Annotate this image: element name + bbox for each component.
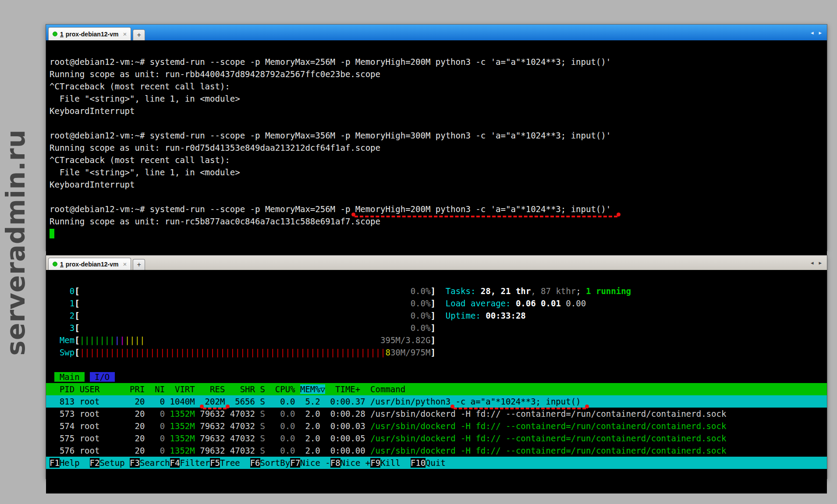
text-segment: ] xyxy=(430,323,435,333)
text-segment xyxy=(80,298,411,308)
text-segment: 8 xyxy=(385,348,390,357)
text-segment: Running scope as unit: run-rbb4400437d89… xyxy=(50,69,380,79)
annotation-underline-python-command xyxy=(454,404,586,409)
text-segment: ] xyxy=(430,311,435,320)
tab-prox-debian12-vm[interactable]: 1 prox-debian12-vm × xyxy=(48,27,131,40)
text-segment: 79632 xyxy=(195,433,225,443)
text-segment: 0 xyxy=(145,409,165,419)
text-segment: [ xyxy=(74,323,79,333)
text-segment: Help xyxy=(60,458,90,468)
tab-scroll-controls: ◂ ▸ xyxy=(805,256,827,270)
text-segment: 0 xyxy=(50,286,74,296)
text-segment: Swp xyxy=(50,348,74,357)
text-segment: Running scope as unit: run-r0d75d41353e8… xyxy=(50,143,380,153)
tab-title: 1 prox-debian12-vm xyxy=(60,31,118,38)
text-segment: Nice + xyxy=(340,458,371,468)
text-segment xyxy=(50,229,54,238)
text-segment: S xyxy=(255,409,265,419)
text-segment: Main xyxy=(54,372,85,382)
terminal-line: 813 root 20 0 1040M 202M 5656 S 0.0 5.2 … xyxy=(46,395,827,408)
tab-prox-debian12-vm[interactable]: 1 prox-debian12-vm × xyxy=(48,258,131,270)
text-segment: 30M/975M xyxy=(390,348,431,357)
terminal-window-bottom: 1 prox-debian12-vm × + ◂ ▸ 0[ 0.0%] Task… xyxy=(46,255,827,479)
text-segment: /usr/sbin/dockerd -H fd:// --containerd=… xyxy=(365,446,727,455)
text-segment: 0:00.00 xyxy=(320,446,365,455)
terminal-line: Main I/O xyxy=(50,371,823,383)
text-segment: 2.0 xyxy=(295,409,320,419)
text-segment: [ xyxy=(74,348,79,357)
text-segment: /usr/sbin/dockerd -H fd:// --containerd=… xyxy=(365,421,727,431)
terminal-line: 2[ 0.0%] Uptime: 00:33:28 xyxy=(50,309,823,322)
text-segment: Uptime: xyxy=(446,311,486,320)
text-segment xyxy=(145,335,380,345)
text-segment: Running scope as unit: run-rc5b877aac0c8… xyxy=(50,217,380,226)
text-segment: SortBy xyxy=(260,458,291,468)
tab-scroll-controls: ◂ ▸ xyxy=(805,25,827,40)
text-segment: S xyxy=(255,446,265,455)
text-segment: F10 xyxy=(411,458,426,468)
text-segment: 0:00.28 xyxy=(320,409,365,419)
text-segment: 1352M xyxy=(165,433,195,443)
text-segment: Filter xyxy=(180,458,210,468)
text-segment: 0:00.03 xyxy=(320,421,365,431)
text-segment: 2.0 xyxy=(295,433,320,443)
tabs-scroll-right-icon[interactable]: ▸ xyxy=(819,259,822,266)
terminal-output-shell[interactable]: root@debian12-vm:~# systemd-run --scope … xyxy=(46,40,827,266)
text-segment: Load average: xyxy=(446,298,516,308)
tab-index: 1 xyxy=(60,31,64,38)
text-segment: 2.0 xyxy=(295,421,320,431)
terminal-output-htop[interactable]: 0[ 0.0%] Tasks: 28, 21 thr, 87 kthr; 1 r… xyxy=(46,270,827,493)
text-segment: 573 root 20 xyxy=(50,409,145,419)
terminal-line: ^CTraceback (most recent call last): xyxy=(50,154,823,166)
session-status-dot-icon xyxy=(53,262,57,266)
text-segment: ] xyxy=(430,335,435,345)
tabs-scroll-right-icon[interactable]: ▸ xyxy=(819,29,822,36)
text-segment: [ xyxy=(74,311,79,320)
text-segment: F6 xyxy=(250,458,260,468)
text-segment: 0.0 xyxy=(265,421,295,431)
new-tab-button[interactable]: + xyxy=(133,259,145,270)
text-segment: Mem xyxy=(50,335,74,345)
text-segment: 0.0 xyxy=(265,446,295,455)
terminal-window-top: 1 prox-debian12-vm × + ◂ ▸ root@debian12… xyxy=(46,24,827,251)
tabs-scroll-left-icon[interactable]: ◂ xyxy=(811,29,814,36)
text-segment: |||| xyxy=(125,335,145,345)
text-segment: TIME+ Command xyxy=(325,384,405,394)
text-segment: Search xyxy=(140,458,170,468)
text-segment xyxy=(436,311,446,320)
tab-close-icon[interactable]: × xyxy=(123,30,127,38)
terminal-line: 574 root 20 0 1352M 79632 47032 S 0.0 2.… xyxy=(50,420,823,432)
text-segment: | xyxy=(120,335,124,345)
text-segment: 1 xyxy=(50,298,74,308)
text-segment xyxy=(85,372,89,382)
tabs-scroll-left-icon[interactable]: ◂ xyxy=(811,259,814,266)
text-segment: , 87 kthr xyxy=(531,286,576,296)
terminal-line: ^CTraceback (most recent call last): xyxy=(50,80,823,92)
text-segment: S xyxy=(255,421,265,431)
text-segment xyxy=(436,298,446,308)
text-segment: [ xyxy=(74,298,79,308)
text-segment xyxy=(50,192,54,202)
text-segment: 0 xyxy=(145,446,165,455)
text-segment: F7 xyxy=(290,458,300,468)
terminal-line: KeyboardInterrupt xyxy=(50,178,823,191)
tab-title: 1 prox-debian12-vm xyxy=(60,261,118,268)
text-segment: KeyboardInterrupt xyxy=(50,180,135,189)
text-segment: 47032 xyxy=(225,433,255,443)
terminal-line: KeyboardInterrupt xyxy=(50,105,823,117)
text-segment: 0.06 xyxy=(516,298,541,308)
text-segment: F8 xyxy=(330,458,340,468)
text-segment: PID USER PRI NI VIRT RES SHR S CPU% xyxy=(50,384,300,394)
text-segment: 0.0% xyxy=(411,298,431,308)
text-segment: MEM%▽ xyxy=(300,384,325,394)
text-segment: ] xyxy=(430,286,435,296)
tab-bar-bottom: 1 prox-debian12-vm × + ◂ ▸ xyxy=(46,256,827,270)
text-segment xyxy=(80,323,411,333)
text-segment: /usr/sbin/dockerd -H fd:// --containerd=… xyxy=(365,433,727,443)
terminal-line: 575 root 20 0 1352M 79632 47032 S 0.0 2.… xyxy=(50,432,823,444)
text-segment: ^CTraceback (most recent call last): xyxy=(50,82,230,91)
tab-close-icon[interactable]: × xyxy=(123,260,127,268)
new-tab-button[interactable]: + xyxy=(133,29,145,40)
text-segment: 0.0% xyxy=(411,323,431,333)
terminal-line xyxy=(50,358,823,371)
